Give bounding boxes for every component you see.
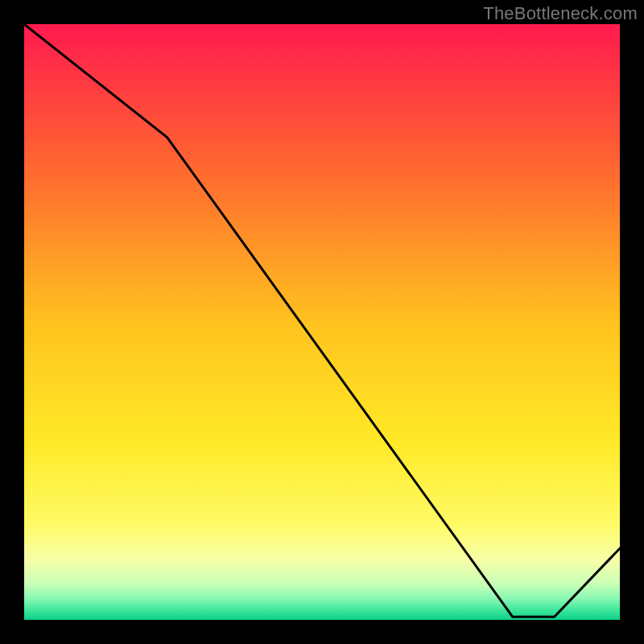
attribution-label: TheBottleneck.com <box>483 3 638 24</box>
gradient-background <box>24 24 620 620</box>
chart-svg <box>24 24 620 620</box>
plot-area <box>24 24 620 620</box>
chart-stage: TheBottleneck.com <box>0 0 644 644</box>
